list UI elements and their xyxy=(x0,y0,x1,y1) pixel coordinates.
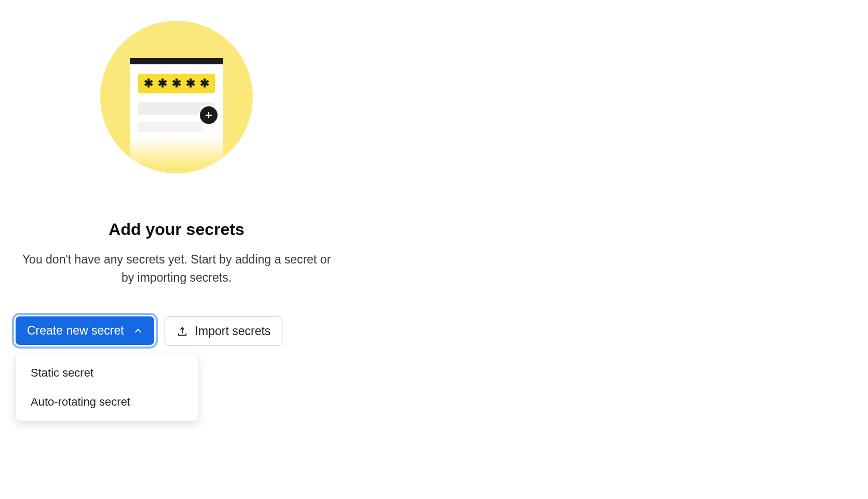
create-secret-wrap: Create new secret Static secret Auto-rot… xyxy=(16,316,154,345)
dropdown-item-static-secret[interactable]: Static secret xyxy=(16,358,198,387)
page-heading: Add your secrets xyxy=(108,220,244,239)
page-description: You don't have any secrets yet. Start by… xyxy=(16,251,337,286)
asterisk-icon: ✱ xyxy=(200,78,209,89)
illustration-topbar xyxy=(130,58,223,64)
empty-state-container: ✱ ✱ ✱ ✱ ✱ Add your secrets You don't hav… xyxy=(16,21,337,346)
dropdown-item-label: Auto-rotating secret xyxy=(31,395,130,408)
illustration-body: ✱ ✱ ✱ ✱ ✱ xyxy=(130,64,223,132)
import-secrets-button[interactable]: Import secrets xyxy=(165,316,283,346)
asterisk-icon: ✱ xyxy=(172,78,181,89)
illustration-empty-field xyxy=(138,122,204,132)
import-secrets-label: Import secrets xyxy=(195,324,271,338)
asterisk-icon: ✱ xyxy=(186,78,195,89)
illustration-empty-field xyxy=(138,102,215,115)
action-button-row: Create new secret Static secret Auto-rot… xyxy=(16,316,337,346)
asterisk-icon: ✱ xyxy=(158,78,167,89)
illustration-secret-field: ✱ ✱ ✱ ✱ ✱ xyxy=(138,74,215,93)
dropdown-item-auto-rotating-secret[interactable]: Auto-rotating secret xyxy=(16,387,198,417)
secrets-illustration: ✱ ✱ ✱ ✱ ✱ xyxy=(100,21,253,173)
create-new-secret-button[interactable]: Create new secret xyxy=(16,316,154,345)
dropdown-item-label: Static secret xyxy=(31,366,93,379)
asterisk-icon: ✱ xyxy=(144,78,153,89)
create-secret-dropdown: Static secret Auto-rotating secret xyxy=(16,354,198,421)
chevron-up-icon xyxy=(133,326,143,336)
upload-icon xyxy=(177,326,188,337)
illustration-fade xyxy=(100,137,253,173)
create-new-secret-label: Create new secret xyxy=(27,324,124,338)
